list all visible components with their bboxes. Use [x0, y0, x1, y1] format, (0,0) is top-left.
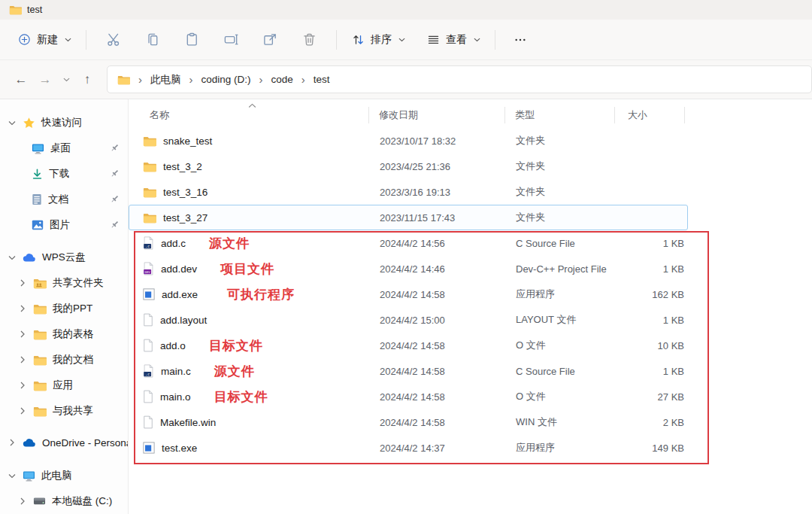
chevron-right-icon[interactable] [18, 330, 27, 338]
rename-button[interactable] [216, 26, 246, 53]
sidebar-item-label: 我的文档 [53, 353, 93, 366]
sidebar-item-shared-with-me[interactable]: 与我共享 [0, 398, 128, 424]
sidebar-item-my-sheets[interactable]: 我的表格 [0, 321, 128, 347]
sidebar-item-documents[interactable]: 文档 [0, 187, 128, 212]
view-button[interactable]: 查看 [420, 27, 487, 52]
blank-file-icon [143, 313, 153, 327]
executable-icon [143, 288, 155, 300]
sidebar-item-quick-access[interactable]: 快速访问 [0, 110, 128, 135]
file-row[interactable]: DEV add.dev 项目文件 2024/4/2 14:46 Dev-C++ … [129, 256, 688, 281]
paste-button[interactable] [177, 26, 207, 53]
pictures-icon [32, 220, 44, 230]
file-type: 文件夹 [506, 211, 616, 224]
sidebar-item-label: 本地磁盘 (C:) [52, 494, 112, 508]
column-header-type[interactable]: 类型 [505, 107, 615, 123]
column-header-date-modified[interactable]: 修改日期 [369, 107, 505, 123]
up-button[interactable]: ↑ [75, 68, 99, 92]
file-type: 应用程序 [506, 441, 616, 455]
file-row[interactable]: test_3_16 2023/3/16 19:13 文件夹 [129, 179, 688, 205]
folder-icon [143, 135, 156, 147]
file-date: 2023/10/17 18:32 [370, 135, 506, 147]
sort-button[interactable]: 排序 [344, 27, 412, 52]
file-name: test_3_27 [163, 212, 208, 224]
folder-icon [143, 212, 156, 224]
sidebar-item-wps-cloud[interactable]: WPS云盘 [0, 245, 128, 270]
file-type: 文件夹 [506, 160, 616, 173]
more-button[interactable] [508, 26, 533, 53]
file-row[interactable]: add.exe 可执行程序 2024/4/2 14:58 应用程序 162 KB [129, 281, 688, 307]
breadcrumb-item-code[interactable]: code [271, 74, 293, 85]
svg-text:.c: .c [145, 372, 150, 376]
this-pc-icon [23, 470, 35, 482]
chevron-right-icon[interactable] [8, 439, 17, 446]
file-row[interactable]: test.exe 2024/4/2 14:37 应用程序 149 KB [129, 435, 688, 461]
rename-icon [223, 32, 239, 47]
copy-button[interactable] [138, 26, 168, 53]
chevron-down-icon[interactable] [8, 120, 17, 126]
back-button[interactable]: ← [9, 68, 33, 92]
forward-button[interactable]: → [33, 68, 57, 92]
file-name: test_3_2 [163, 161, 202, 172]
window-tab-title[interactable]: test [27, 5, 42, 15]
chevron-right-icon[interactable] [18, 279, 27, 287]
file-row[interactable]: Makefile.win 2024/4/2 14:58 WIN 文件 2 KB [129, 409, 688, 435]
toolbar-separator [336, 30, 337, 50]
chevron-right-icon[interactable] [18, 497, 27, 505]
chevron-right-icon[interactable] [18, 382, 27, 389]
cut-button[interactable] [98, 26, 129, 53]
file-date: 2024/4/2 14:58 [370, 417, 506, 428]
titlebar: test [0, 0, 812, 20]
sidebar-item-downloads[interactable]: 下载 [0, 161, 128, 187]
folder-icon [117, 75, 130, 85]
file-row[interactable]: .c main.c 源文件 2024/4/2 14:58 C Source Fi… [129, 358, 688, 384]
breadcrumb-separator: › [189, 74, 193, 85]
up-down-arrows-icon [351, 32, 365, 47]
pin-icon [110, 194, 120, 204]
breadcrumb-item-coding-d[interactable]: coding (D:) [201, 74, 251, 85]
sidebar-item-apps[interactable]: 应用 [0, 373, 128, 398]
sidebar-item-onedrive[interactable]: OneDrive - Personal [0, 430, 128, 455]
breadcrumb-item-this-pc[interactable]: 此电脑 [150, 73, 181, 87]
sidebar-item-pictures[interactable]: 图片 [0, 212, 128, 238]
folder-icon [33, 354, 47, 366]
sidebar-item-this-pc[interactable]: 此电脑 [0, 463, 128, 488]
history-dropdown-button[interactable] [57, 68, 75, 92]
new-button[interactable]: 新建 [11, 27, 78, 52]
share-button[interactable] [255, 26, 285, 53]
chevron-down-icon[interactable] [8, 473, 17, 479]
chevron-right-icon[interactable] [18, 305, 27, 312]
chevron-right-icon[interactable] [18, 356, 27, 363]
cut-icon [106, 32, 122, 47]
sidebar-item-my-ppt[interactable]: 我的PPT [0, 296, 128, 321]
file-date: 2023/3/16 19:13 [370, 187, 506, 198]
delete-button[interactable] [294, 26, 324, 53]
file-row[interactable]: add.layout 2024/4/2 15:00 LAYOUT 文件 1 KB [129, 307, 688, 333]
chevron-down-icon[interactable] [8, 255, 17, 260]
toolbar-separator [495, 30, 495, 50]
file-date: 2023/11/15 17:43 [370, 212, 506, 224]
file-name: add.dev [161, 263, 197, 275]
file-date: 2024/4/2 15:00 [370, 315, 506, 326]
sidebar-item-local-disk-c[interactable]: 本地磁盘 (C:) [0, 488, 128, 514]
sidebar-item-my-docs[interactable]: 我的文档 [0, 347, 128, 373]
breadcrumb-item-test[interactable]: test [314, 74, 330, 85]
file-row[interactable]: add.o 目标文件 2024/4/2 14:58 O 文件 10 KB [129, 333, 688, 358]
file-size: 1 KB [616, 238, 686, 249]
forward-arrow-icon: → [39, 72, 52, 87]
file-row[interactable]: .c add.c 源文件 2024/4/2 14:56 C Source Fil… [129, 230, 688, 256]
c-source-file-icon: .c [143, 236, 154, 250]
file-row[interactable]: main.o 目标文件 2024/4/2 14:58 O 文件 27 KB [129, 384, 688, 409]
sidebar-item-label: 文档 [48, 193, 68, 206]
svg-text:.c: .c [145, 244, 150, 248]
file-row[interactable]: snake_test 2023/10/17 18:32 文件夹 [129, 128, 688, 154]
sidebar-item-label: 此电脑 [41, 469, 72, 482]
column-header-name[interactable]: 名称 [129, 107, 369, 123]
breadcrumb[interactable]: › 此电脑 › coding (D:) › code › test [107, 65, 812, 93]
chevron-right-icon[interactable] [18, 407, 27, 415]
sidebar-item-desktop[interactable]: 桌面 [0, 135, 128, 161]
file-row[interactable]: test_3_2 2023/4/25 21:36 文件夹 [129, 154, 688, 179]
sidebar-item-label: 快速访问 [41, 116, 82, 129]
column-header-size[interactable]: 大小 [615, 107, 685, 123]
sidebar-item-shared-folder[interactable]: 共享文件夹 [0, 270, 128, 296]
file-row-selected[interactable]: test_3_27 2023/11/15 17:43 文件夹 [129, 205, 688, 230]
